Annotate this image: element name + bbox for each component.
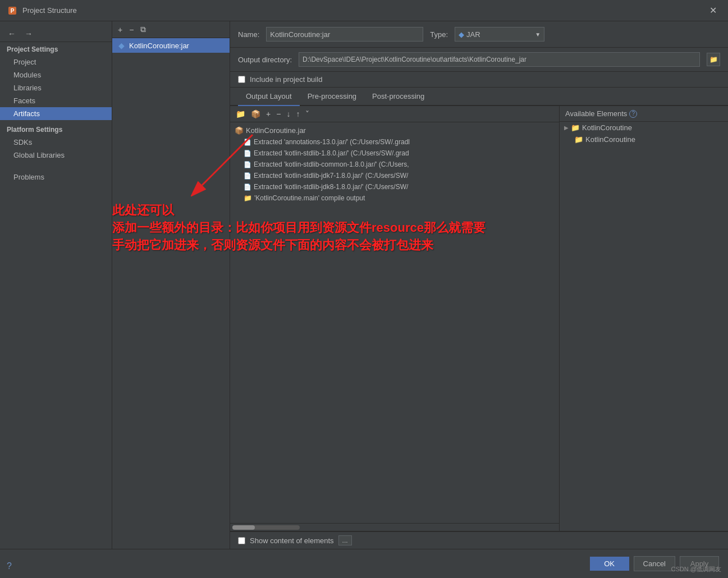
forward-button[interactable]: → (21, 28, 36, 39)
scroll-track[interactable] (232, 525, 300, 530)
sidebar-item-project[interactable]: Project (0, 56, 112, 68)
tree-item-label: Extracted 'kotlin-stdlib-jdk7-1.8.0.jar/… (254, 172, 408, 180)
browse-icon: 📁 (709, 56, 718, 63)
tree-item[interactable]: 📄 Extracted 'annotations-13.0.jar/' (C:/… (230, 136, 559, 148)
tree-add-btn[interactable]: + (264, 108, 273, 120)
tab-output-layout[interactable]: Output Layout (238, 88, 300, 106)
extract-icon: 📄 (244, 184, 251, 191)
available-title: Available Elements (565, 109, 627, 118)
right-content: Name: Type: ◆ JAR ▼ Output directory: (230, 21, 728, 549)
artifact-list-item[interactable]: ◆ KotlinCoroutine:jar (112, 38, 230, 53)
sidebar: ← → Project Settings Project Modules Lib… (0, 21, 112, 549)
tab-pre-processing[interactable]: Pre-processing (300, 88, 364, 106)
browse-button[interactable]: 📁 (707, 53, 720, 66)
output-dir-input[interactable] (299, 52, 700, 67)
sidebar-item-artifacts[interactable]: Artifacts (0, 107, 112, 120)
csdn-watermark: CSDN @低调网友 (671, 565, 721, 574)
tree-panel: 📁 📦 + − ↓ (230, 106, 560, 531)
tree-move-up-btn[interactable]: ↑ (294, 108, 302, 120)
window-title: Project Structure (22, 6, 705, 15)
tree-remove-btn[interactable]: − (274, 108, 283, 120)
sidebar-item-problems[interactable]: Problems (0, 171, 112, 184)
move-up-icon: ↑ (296, 109, 300, 118)
name-input[interactable] (266, 27, 423, 42)
sidebar-item-modules[interactable]: Modules (0, 68, 112, 81)
tree-item[interactable]: 📦 KotlinCoroutine.jar (230, 125, 559, 136)
available-item[interactable]: 📁 KotlinCoroutine (560, 134, 728, 145)
tree-move-down-btn[interactable]: ↓ (284, 108, 292, 120)
tree-item[interactable]: 📄 Extracted 'kotlin-stdlib-jdk7-1.8.0.ja… (230, 170, 559, 181)
tree-toolbar: 📁 📦 + − ↓ (230, 106, 559, 122)
extract-icon: 📄 (244, 150, 251, 157)
sidebar-item-sdks[interactable]: SDKs (0, 136, 112, 149)
svg-text:P: P (11, 8, 15, 14)
folder-icon: 📁 (236, 109, 245, 118)
type-value: JAR (466, 30, 480, 39)
close-button[interactable]: ✕ (705, 3, 721, 18)
output-dir-label: Output directory: (238, 56, 292, 64)
tree-item-label: KotlinCoroutine.jar (246, 126, 306, 135)
artifact-jar-icon: ◆ (117, 41, 126, 50)
tree-item-label: 'KotlinCoroutine.main' compile output (254, 194, 365, 202)
copy-artifact-button[interactable]: ⧉ (138, 24, 148, 35)
tree-item[interactable]: 📄 Extracted 'kotlin-stdlib-1.8.0.jar/' (… (230, 148, 559, 159)
sidebar-item-label: Global Libraries (13, 151, 65, 159)
output-layout-content: 📁 📦 + − ↓ (230, 106, 728, 531)
name-label: Name: (238, 30, 259, 39)
tree-item[interactable]: 📄 Extracted 'kotlin-stdlib-jdk8-1.8.0.ja… (230, 181, 559, 192)
show-content-checkbox[interactable] (238, 537, 245, 544)
tree-chevron-btn[interactable]: ˅ (303, 108, 312, 120)
artifact-item-label: KotlinCoroutine:jar (129, 42, 189, 50)
jar-icon: 📦 (235, 126, 244, 135)
available-item-label: KotlinCoroutine (582, 123, 632, 132)
tree-item-label: Extracted 'kotlin-stdlib-1.8.0.jar/' (C:… (254, 149, 409, 157)
available-item-label: KotlinCoroutine (585, 135, 635, 144)
content-area: + − ⧉ ◆ KotlinCoroutine:jar Name: Type: (112, 21, 728, 549)
output-dir-row: Output directory: 📁 (230, 48, 728, 72)
extract-icon: 📄 (244, 139, 251, 146)
scroll-thumb[interactable] (232, 525, 255, 530)
sidebar-item-label: Facets (13, 97, 35, 105)
add-icon: + (266, 109, 271, 118)
sidebar-item-label: SDKs (13, 138, 32, 146)
tree-extract-btn[interactable]: 📦 (249, 108, 263, 120)
sidebar-item-global-libraries[interactable]: Global Libraries (0, 149, 112, 162)
sidebar-item-label: Libraries (13, 84, 42, 92)
nav-bar: ← → (0, 26, 112, 42)
tree-content: 📦 KotlinCoroutine.jar 📄 Extracted 'annot… (230, 122, 559, 523)
type-label: Type: (430, 30, 448, 39)
back-button[interactable]: ← (4, 28, 19, 39)
sidebar-item-facets[interactable]: Facets (0, 94, 112, 107)
show-content-label: Show content of elements (250, 536, 334, 545)
sidebar-item-libraries[interactable]: Libraries (0, 81, 112, 94)
module-icon: 📁 (571, 123, 580, 132)
chevron-icon: ▶ (564, 125, 569, 131)
include-build-checkbox[interactable] (238, 76, 245, 83)
remove-icon: − (276, 109, 281, 118)
tabs-row: Output Layout Pre-processing Post-proces… (230, 88, 728, 106)
type-icon: ◆ (459, 30, 464, 39)
scroll-area (230, 523, 559, 531)
add-artifact-button[interactable]: + (116, 24, 125, 35)
ellipsis-button[interactable]: ... (338, 535, 352, 545)
tree-item-label: Extracted 'kotlin-stdlib-jdk8-1.8.0.jar/… (254, 183, 408, 191)
tree-folder-btn[interactable]: 📁 (233, 108, 248, 120)
cancel-button[interactable]: Cancel (634, 556, 675, 571)
name-type-row: Name: Type: ◆ JAR ▼ (230, 21, 728, 48)
tree-item-label: Extracted 'annotations-13.0.jar/' (C:/Us… (254, 138, 410, 146)
tree-item[interactable]: 📄 Extracted 'kotlin-stdlib-common-1.8.0.… (230, 159, 559, 170)
help-button[interactable]: ? (7, 561, 12, 571)
extract-icon: 📦 (251, 109, 260, 118)
remove-artifact-button[interactable]: − (127, 24, 136, 35)
tab-post-processing[interactable]: Post-processing (364, 88, 432, 106)
ok-button[interactable]: OK (590, 557, 629, 571)
type-select[interactable]: ◆ JAR ▼ (455, 27, 544, 42)
move-down-icon: ↓ (286, 109, 290, 118)
available-help-icon[interactable]: ? (629, 110, 637, 118)
sidebar-item-label: Problems (13, 173, 44, 181)
tree-item[interactable]: 📁 'KotlinCoroutine.main' compile output (230, 192, 559, 204)
available-elements-panel: Available Elements ? ▶ 📁 KotlinCoroutine (560, 106, 728, 531)
chevron-icon: ˅ (305, 109, 309, 118)
available-item[interactable]: ▶ 📁 KotlinCoroutine (560, 122, 728, 134)
extract-icon: 📄 (244, 172, 251, 180)
